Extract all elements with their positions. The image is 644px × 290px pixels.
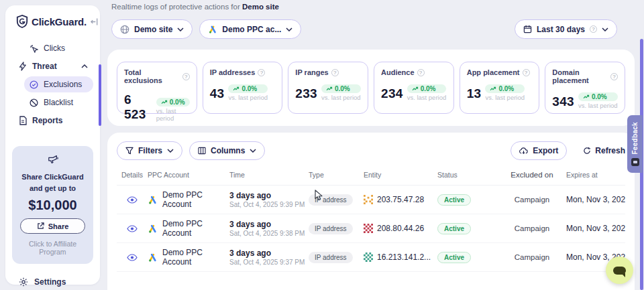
trend-badge: 0.0% <box>578 92 618 101</box>
view-details-eye-icon[interactable] <box>127 254 138 261</box>
google-ads-icon <box>148 224 158 234</box>
col-time: Time <box>229 171 309 179</box>
expires-at-value: Mon, Nov 3, 2025 <box>557 195 625 204</box>
col-type: Type <box>309 171 364 179</box>
refresh-button[interactable]: Refresh <box>583 146 625 155</box>
site-filter-dropdown[interactable]: Demo site <box>111 19 193 39</box>
stat-label: Audience <box>381 68 415 76</box>
collapse-sidebar-icon[interactable] <box>90 17 99 26</box>
sidebar-item-settings[interactable]: Settings <box>12 277 93 287</box>
table-row[interactable]: Demo PPC Account 3 days agoSat, Oct 4, 2… <box>117 214 625 243</box>
chevron-up-icon <box>81 64 88 68</box>
sidebar-item-clicks[interactable]: Clicks <box>24 40 93 56</box>
time-absolute: Sat, Oct 4, 2025 9:37 PM <box>229 259 309 266</box>
chat-launcher-button[interactable] <box>606 257 633 284</box>
time-relative: 3 days ago <box>229 220 309 229</box>
cloud-download-icon <box>519 147 528 155</box>
stat-label: IP addresses <box>210 68 256 76</box>
ppc-account-name: Demo PPC Account <box>162 248 229 267</box>
col-ppc-account: PPC Account <box>148 171 229 179</box>
clickguard-shield-icon <box>16 15 28 28</box>
help-icon[interactable] <box>331 69 339 76</box>
promo-amount: $10,000 <box>17 198 88 213</box>
affiliate-promo-card: Share ClickGuard and get up to $10,000 S… <box>12 146 93 264</box>
sidebar-item-reports[interactable]: Reports <box>12 113 93 129</box>
entity-identicon <box>364 195 373 204</box>
sidebar-item-exclusions[interactable]: Exclusions <box>24 76 93 92</box>
sidebar-scrollbar[interactable] <box>99 64 101 126</box>
export-button[interactable]: Export <box>511 141 567 160</box>
sidebar-item-label: Threat <box>32 62 57 71</box>
chevron-down-icon <box>286 27 292 31</box>
megaphone-icon <box>47 154 59 165</box>
time-absolute: Sat, Oct 4, 2025 9:38 PM <box>229 230 309 237</box>
excluded-on-value: Campaign <box>507 224 557 232</box>
col-entity: Entity <box>364 171 437 179</box>
help-icon[interactable] <box>590 25 597 33</box>
page-subtitle: Realtime logs of protective actions for … <box>111 3 279 11</box>
view-details-eye-icon[interactable] <box>127 196 138 204</box>
chevron-down-icon <box>167 149 174 153</box>
expires-at-value: Mon, Nov 3, 2025 <box>557 224 625 233</box>
reports-icon <box>19 116 27 125</box>
col-details: Details <box>117 171 148 179</box>
settings-label: Settings <box>34 277 66 287</box>
ppc-account-filter-dropdown[interactable]: Demo PPC ac... <box>199 19 301 39</box>
table-header-row: Details PPC Account Time Type Entity Sta… <box>117 171 625 186</box>
sidebar: ClickGuard. Clicks Threat Exclusions <box>5 5 100 285</box>
calendar-icon <box>523 25 532 33</box>
col-expires-at: Expires at <box>557 171 625 179</box>
excluded-on-value: Campaign <box>507 253 557 261</box>
trend-up-icon <box>490 86 496 91</box>
sidebar-item-threat[interactable]: Threat <box>12 58 93 74</box>
trend-up-icon <box>412 86 419 91</box>
help-icon[interactable] <box>417 69 425 76</box>
table-row[interactable]: Demo PPC Account 3 days agoSat, Oct 4, 2… <box>117 186 625 214</box>
google-ads-icon <box>148 252 158 263</box>
sidebar-item-label: Reports <box>32 116 62 125</box>
trend-badge: 0.0% <box>485 84 525 93</box>
logo: ClickGuard. <box>12 15 93 28</box>
sidebar-item-blacklist[interactable]: Blacklist <box>24 94 93 111</box>
trend-up-icon <box>583 94 590 99</box>
feedback-widget-icon <box>631 158 639 166</box>
stat-sub: vs. last period <box>156 107 190 122</box>
ppc-account-filter-value: Demo PPC ac... <box>222 25 281 34</box>
stat-card-audience: Audience 234 0.0% vs. last period <box>374 62 454 114</box>
stats-panel: Total exclusions 6 523 0.0% vs. last per… <box>107 50 635 126</box>
clicks-icon <box>30 44 38 53</box>
table-row[interactable]: Demo PPC Account 3 days agoSat, Oct 4, 2… <box>117 243 625 272</box>
logs-panel: Filters Columns Export Refresh <box>107 133 635 290</box>
table-toolbar: Filters Columns Export Refresh <box>117 141 625 160</box>
type-badge: IP address <box>309 194 353 206</box>
date-range-dropdown[interactable]: Last 30 days <box>515 19 617 39</box>
help-icon[interactable] <box>258 69 265 76</box>
entity-value: 208.80.44.26 <box>377 224 424 233</box>
help-icon[interactable] <box>523 69 530 76</box>
stat-card-ip-ranges: IP ranges 233 0.0% vs. last period <box>288 62 368 114</box>
filters-button[interactable]: Filters <box>117 141 182 160</box>
help-icon[interactable] <box>182 73 190 80</box>
view-details-eye-icon[interactable] <box>127 225 138 232</box>
blacklist-icon <box>30 98 38 107</box>
type-badge: IP address <box>309 223 353 234</box>
stat-label: Total exclusions <box>124 68 180 84</box>
stat-card-total-exclusions: Total exclusions 6 523 0.0% vs. last per… <box>117 62 197 114</box>
col-excluded-on: Excluded on <box>507 171 557 179</box>
help-icon[interactable] <box>610 73 618 80</box>
subtitle-site-name: Demo site <box>242 3 279 11</box>
trend-badge: 0.0% <box>228 84 268 93</box>
ppc-account-name: Demo PPC Account <box>162 190 229 209</box>
status-badge: Active <box>437 252 471 263</box>
stat-label: IP ranges <box>295 68 328 76</box>
promo-text: Share ClickGuard and get up to <box>17 171 88 194</box>
chevron-down-icon <box>177 27 184 31</box>
stat-card-domain-placement: Domain placement 343 0.0% vs. last perio… <box>545 62 625 114</box>
col-status: Status <box>437 171 507 179</box>
sidebar-nav: Clicks Threat Exclusions Blacklist <box>12 40 93 129</box>
stat-sub: vs. last period <box>578 102 618 109</box>
feedback-tab[interactable]: Feedback <box>627 115 643 173</box>
columns-button[interactable]: Columns <box>189 141 265 160</box>
trend-badge: 0.0% <box>407 84 447 93</box>
share-button[interactable]: Share <box>20 218 85 234</box>
